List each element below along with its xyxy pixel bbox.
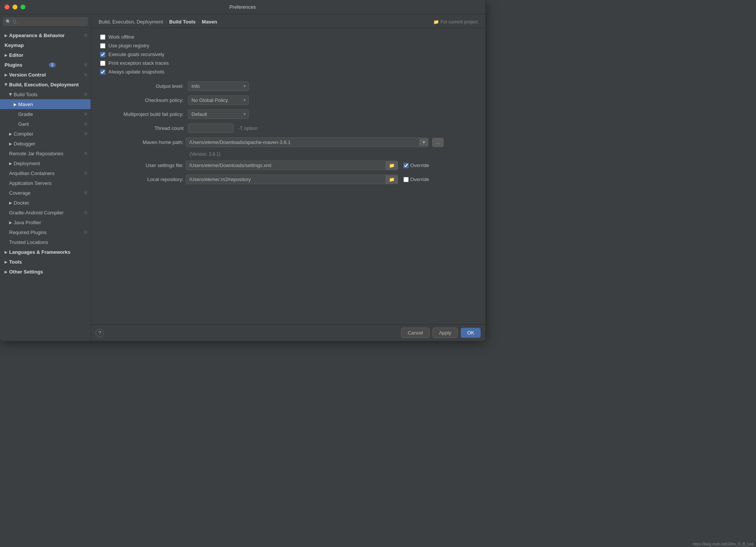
titlebar: Preferences <box>0 0 485 14</box>
help-button[interactable]: ? <box>96 329 104 337</box>
settings-icon: ⚙ <box>84 151 88 156</box>
execute-goals-checkbox[interactable] <box>100 52 105 57</box>
sidebar-item-maven[interactable]: ▶ Maven ⚙ <box>0 99 91 109</box>
sidebar-item-version-control[interactable]: ▶ Version Control ⚙ <box>0 70 91 80</box>
sidebar-item-label: Tools <box>9 259 22 265</box>
sidebar-item-label: Deployment <box>14 161 40 166</box>
maven-home-dropdown-button[interactable]: ▼ <box>419 139 428 146</box>
breadcrumb: Build, Execution, Deployment › Build Too… <box>91 14 485 28</box>
chevron-icon: ▶ <box>9 132 12 136</box>
sidebar-item-trusted-locations[interactable]: Trusted Locations <box>0 237 91 247</box>
settings-icon: ⚙ <box>84 63 88 67</box>
thread-count-input[interactable] <box>188 123 234 133</box>
settings-icon: ⚙ <box>84 131 88 136</box>
sidebar-item-deployment[interactable]: ▶ Deployment <box>0 158 91 168</box>
sidebar-item-tools[interactable]: ▶ Tools <box>0 257 91 267</box>
checksum-policy-select[interactable]: No Global Policy Warn Fail <box>188 95 249 105</box>
maven-home-input[interactable] <box>186 138 419 147</box>
output-level-row: Output level: Info Debug Quiet ▼ <box>100 81 476 91</box>
sidebar-item-appearance[interactable]: ▶ Appearance & Behavior ⚙ <box>0 30 91 40</box>
sidebar-item-label: Arquillian Containers <box>9 170 55 176</box>
sidebar-item-plugins[interactable]: Plugins 5 ⚙ <box>0 60 91 70</box>
ok-button[interactable]: OK <box>461 328 481 338</box>
maven-home-browse-button[interactable]: … <box>432 138 444 147</box>
sidebar-item-other-settings[interactable]: ▶ Other Settings <box>0 267 91 277</box>
local-repo-override-checkbox[interactable] <box>403 177 409 182</box>
print-exception-checkbox[interactable] <box>100 61 105 66</box>
settings-icon: ⚙ <box>84 122 88 127</box>
use-plugin-registry-label: Use plugin registry <box>108 43 149 48</box>
sidebar-item-label: Appearance & Behavior <box>9 33 65 38</box>
thread-count-row: Thread count -T option <box>100 123 476 133</box>
footer: ? Cancel Apply OK <box>91 324 485 341</box>
breadcrumb-part-0: Build, Execution, Deployment <box>99 19 163 25</box>
chevron-icon: ▶ <box>5 260 8 264</box>
minimize-button[interactable] <box>13 5 17 9</box>
sidebar-item-label: Build Tools <box>14 92 38 97</box>
local-repo-folder-button[interactable]: 📁 <box>386 175 398 184</box>
sidebar-item-languages[interactable]: ▶ Languages & Frameworks <box>0 247 91 257</box>
sidebar-item-keymap[interactable]: Keymap <box>0 40 91 50</box>
sidebar-item-editor[interactable]: ▶ Editor <box>0 50 91 60</box>
breadcrumb-part-2: Maven <box>202 19 217 25</box>
for-current-project: 📁 For current project <box>433 19 478 25</box>
user-settings-folder-button[interactable]: 📁 <box>386 161 398 170</box>
checksum-policy-label: Checksum policy: <box>100 97 184 103</box>
local-repo-row: Local repository: 📁 Override <box>100 175 476 184</box>
settings-icon: ⚙ <box>84 191 88 195</box>
settings-icon: ⚙ <box>84 112 88 117</box>
sidebar-item-required-plugins[interactable]: Required Plugins ⚙ <box>0 227 91 237</box>
sidebar: 🔍 ▶ Appearance & Behavior ⚙ Keymap ▶ Edi… <box>0 14 91 341</box>
sidebar-item-build-tools[interactable]: ▶ Build Tools ⚙ <box>0 89 91 99</box>
sidebar-item-gradle[interactable]: Gradle ⚙ <box>0 109 91 119</box>
user-settings-input[interactable] <box>186 161 386 170</box>
local-repo-input[interactable] <box>186 175 386 184</box>
chevron-icon: ▶ <box>9 142 12 146</box>
sidebar-item-debugger[interactable]: ▶ Debugger <box>0 139 91 148</box>
work-offline-checkbox[interactable] <box>100 34 105 40</box>
cancel-button[interactable]: Cancel <box>401 328 429 338</box>
sidebar-item-label: Build, Execution, Deployment <box>9 82 78 88</box>
sidebar-item-build-execution[interactable]: ▶ Build, Execution, Deployment <box>0 80 91 89</box>
sidebar-item-java-profiler[interactable]: ▶ Java Profiler <box>0 217 91 227</box>
sidebar-item-coverage[interactable]: Coverage ⚙ <box>0 188 91 198</box>
search-box[interactable]: 🔍 <box>3 17 88 26</box>
sidebar-item-remote-jar[interactable]: Remote Jar Repositories ⚙ <box>0 148 91 158</box>
multiproject-select[interactable]: Default Never At End Fail Fast <box>188 109 249 119</box>
search-input[interactable] <box>13 19 85 24</box>
sidebar-item-arquillian[interactable]: Arquillian Containers ⚙ <box>0 168 91 178</box>
sidebar-item-gant[interactable]: Gant ⚙ <box>0 119 91 129</box>
settings-icon: ⚙ <box>84 230 88 235</box>
local-repo-override-label: Override <box>410 177 429 182</box>
sidebar-item-app-servers[interactable]: Application Servers <box>0 178 91 188</box>
sidebar-item-label: Compiler <box>14 131 33 137</box>
chevron-icon: ▶ <box>5 250 8 254</box>
sidebar-item-docker[interactable]: ▶ Docker <box>0 198 91 208</box>
close-button[interactable] <box>5 5 9 9</box>
main-content: 🔍 ▶ Appearance & Behavior ⚙ Keymap ▶ Edi… <box>0 14 485 341</box>
sidebar-item-label: Plugins <box>5 62 22 68</box>
search-icon: 🔍 <box>6 19 11 24</box>
apply-button[interactable]: Apply <box>433 328 458 338</box>
sidebar-item-compiler[interactable]: ▶ Compiler ⚙ <box>0 129 91 139</box>
sidebar-item-gradle-android[interactable]: Gradle-Android Compiler ⚙ <box>0 208 91 217</box>
work-offline-label: Work offline <box>108 34 134 40</box>
always-update-row: Always update snapshots <box>100 69 476 75</box>
always-update-label: Always update snapshots <box>108 69 164 75</box>
chevron-icon: ▶ <box>5 73 8 77</box>
user-settings-override-checkbox[interactable] <box>403 163 409 168</box>
use-plugin-registry-checkbox[interactable] <box>100 43 105 48</box>
chevron-icon: ▶ <box>9 201 12 205</box>
multiproject-label: Multiproject build fail policy: <box>100 111 184 117</box>
maven-home-label: Maven home path: <box>100 139 184 145</box>
always-update-checkbox[interactable] <box>100 69 105 75</box>
maximize-button[interactable] <box>20 5 25 9</box>
local-repo-input-wrapper: 📁 <box>186 175 398 184</box>
chevron-icon: ▶ <box>4 83 8 86</box>
print-exception-row: Print exception stack traces <box>100 60 476 66</box>
thread-count-control: -T option <box>188 123 257 133</box>
sidebar-item-label: Required Plugins <box>9 230 47 235</box>
user-settings-input-wrapper: 📁 <box>186 161 398 170</box>
output-level-select[interactable]: Info Debug Quiet <box>188 81 249 91</box>
plugins-badge: 5 <box>49 63 56 67</box>
